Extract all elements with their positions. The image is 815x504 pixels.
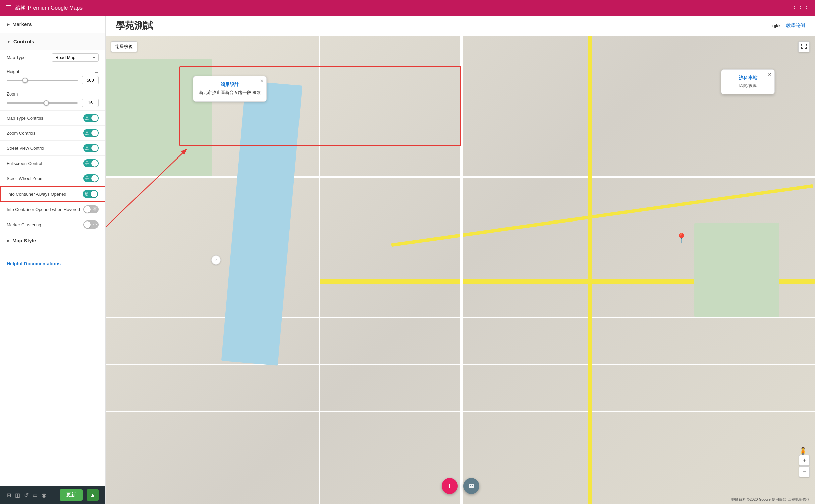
eye-icon[interactable]: ◉ xyxy=(42,492,46,498)
menu-icon[interactable]: ☰ xyxy=(5,4,11,12)
height-row: Height ▭ 500 xyxy=(0,65,105,88)
monitor-icon[interactable]: ▭ xyxy=(33,492,38,498)
secondary-fab-button[interactable] xyxy=(463,478,479,494)
map-type-row: Map Type Road Map Satellite Hybrid Terra… xyxy=(0,50,105,65)
map-area[interactable]: 📍 衛星檢視 ✕ 鴿巢設計 新北市汐止區新台五路一段99號 xyxy=(106,36,815,504)
zoom-controls-knob xyxy=(91,130,98,136)
map-pin[interactable]: 📍 xyxy=(675,233,687,244)
info-always-label: Info Container Always Opened xyxy=(7,192,83,197)
info-always-knob xyxy=(91,191,97,197)
grid-icon[interactable]: ⋮⋮⋮ xyxy=(792,5,810,11)
controls-label: Controls xyxy=(13,39,34,44)
spacer xyxy=(0,249,105,256)
info-container-2: ✕ 汐科車站 區間/復興 xyxy=(721,69,775,94)
update-button[interactable]: 更新 xyxy=(60,489,83,501)
street-view-row: Street View Control 是 xyxy=(0,141,105,156)
info-always-toggle[interactable]: 是 xyxy=(83,190,98,198)
zoom-slider-container: 16 xyxy=(7,99,99,107)
map-style-chevron-icon: ▶ xyxy=(7,238,10,243)
page-title: 學苑測試 xyxy=(116,19,153,32)
zoom-in-button[interactable]: + xyxy=(799,455,810,466)
tutorial-link[interactable]: 教學範例 xyxy=(786,23,805,29)
controls-section: Map Type Road Map Satellite Hybrid Terra… xyxy=(0,50,105,232)
fullscreen-button[interactable] xyxy=(798,41,810,52)
bottom-bar: ⊞ ◫ ↺ ▭ ◉ 更新 ▲ xyxy=(0,486,105,504)
history-icon[interactable]: ↺ xyxy=(24,492,29,498)
svg-rect-3 xyxy=(470,485,471,486)
fab-container: + xyxy=(442,478,479,494)
map-type-controls-label: Map Type Controls xyxy=(7,116,83,121)
helpful-docs-link[interactable]: Helpful Documentations xyxy=(0,256,105,272)
app-title: 編輯 Premium Google Maps xyxy=(15,5,787,12)
expand-button[interactable]: ▲ xyxy=(87,489,99,501)
height-input[interactable]: 500 xyxy=(82,76,99,84)
marker-clustering-toggle-label: 否 xyxy=(93,222,97,228)
info-container-1: ✕ 鴿巢設計 新北市汐止區新台五路一段99號 xyxy=(193,76,267,102)
height-slider-container: 500 xyxy=(7,76,99,84)
scroll-wheel-row: Scroll Wheel Zoom 是 xyxy=(0,171,105,186)
zoom-controls: + − xyxy=(799,455,810,477)
fullscreen-knob xyxy=(91,160,98,167)
street-view-label: Street View Control xyxy=(7,146,83,151)
fullscreen-toggle-label: 是 xyxy=(85,161,89,166)
stack-icon[interactable]: ◫ xyxy=(15,492,20,498)
zoom-out-button[interactable]: − xyxy=(799,466,810,477)
marker-clustering-knob xyxy=(84,221,91,228)
map-type-select[interactable]: Road Map Satellite Hybrid Terrain xyxy=(52,53,99,62)
zoom-controls-toggle[interactable]: 是 xyxy=(83,129,99,137)
height-monitor-icon: ▭ xyxy=(94,69,99,74)
top-bar: ☰ 編輯 Premium Google Maps ⋮⋮⋮ xyxy=(0,0,815,16)
marker-clustering-label: Marker Clustering xyxy=(7,222,83,227)
zoom-label: Zoom xyxy=(7,91,99,97)
satellite-button[interactable]: 衛星檢視 xyxy=(111,41,137,52)
fullscreen-row: Fullscreen Control 是 xyxy=(0,156,105,171)
info-close-2[interactable]: ✕ xyxy=(768,72,772,77)
zoom-controls-label: Zoom Controls xyxy=(7,131,83,136)
marker-clustering-toggle[interactable]: 否 xyxy=(83,220,99,229)
zoom-input[interactable]: 16 xyxy=(82,99,99,107)
map-type-label: Map Type xyxy=(7,55,52,60)
info-title-1: 鴿巢設計 xyxy=(199,82,261,88)
info-hovered-toggle-label: 否 xyxy=(93,207,97,212)
scroll-wheel-toggle-label: 是 xyxy=(85,176,89,181)
info-address-1: 新北市汐止區新台五路一段99號 xyxy=(199,90,261,96)
info-always-toggle-label: 是 xyxy=(84,191,88,197)
zoom-row: Zoom 16 xyxy=(0,88,105,111)
zoom-slider[interactable] xyxy=(7,102,78,104)
fullscreen-label: Fullscreen Control xyxy=(7,161,83,166)
map-type-controls-toggle[interactable]: 是 xyxy=(83,114,99,122)
fullscreen-toggle[interactable]: 是 xyxy=(83,159,99,167)
sidebar-collapse-toggle[interactable]: ‹ xyxy=(211,255,221,265)
map-style-section-header[interactable]: ▶ Map Style xyxy=(0,232,105,249)
map-attribution: 地圖資料 ©2020 Google 使用條款 回報地圖錯誤 xyxy=(731,497,810,502)
sidebar: ▶ Markers ▼ Controls Map Type Road Map S… xyxy=(0,16,106,504)
svg-rect-4 xyxy=(472,485,473,486)
svg-rect-2 xyxy=(469,484,474,488)
info-always-row: Info Container Always Opened 是 xyxy=(0,186,105,202)
map-style-label: Map Style xyxy=(12,238,36,243)
info-hovered-toggle[interactable]: 否 xyxy=(83,205,99,213)
map-type-controls-knob xyxy=(91,115,98,121)
layers-icon[interactable]: ⊞ xyxy=(7,492,11,498)
zoom-controls-toggle-label: 是 xyxy=(85,130,89,136)
markers-section-header[interactable]: ▶ Markers xyxy=(0,16,105,33)
markers-label: Markers xyxy=(12,21,32,27)
map-type-controls-row: Map Type Controls 是 xyxy=(0,111,105,126)
add-fab-button[interactable]: + xyxy=(442,478,458,494)
controls-chevron-icon: ▼ xyxy=(7,39,11,44)
info-close-1[interactable]: ✕ xyxy=(260,78,264,84)
info-hovered-row: Info Container Opened when Hovered 否 xyxy=(0,202,105,217)
info-hovered-label: Info Container Opened when Hovered xyxy=(7,207,83,212)
street-view-toggle-label: 是 xyxy=(85,145,89,151)
info-subtitle-2: 區間/復興 xyxy=(727,83,769,89)
street-view-toggle[interactable]: 是 xyxy=(83,144,99,152)
markers-chevron-icon: ▶ xyxy=(7,22,10,27)
zoom-controls-row: Zoom Controls 是 xyxy=(0,126,105,141)
right-panel: 學苑測試 gjkk 教學範例 xyxy=(106,16,815,504)
controls-section-header[interactable]: ▼ Controls xyxy=(0,33,105,50)
scroll-wheel-toggle[interactable]: 是 xyxy=(83,174,99,182)
username: gjkk xyxy=(772,23,781,28)
height-slider[interactable] xyxy=(7,80,78,81)
map-type-controls-toggle-label: 是 xyxy=(85,115,89,121)
marker-clustering-row: Marker Clustering 否 xyxy=(0,217,105,232)
